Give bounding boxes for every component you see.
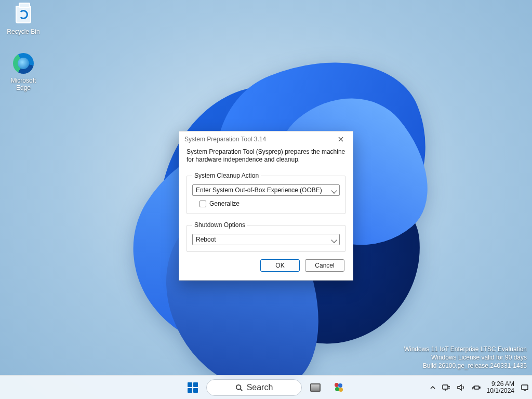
select-value: Enter System Out-of-Box Experience (OOBE… (196, 187, 322, 194)
network-icon[interactable] (442, 383, 450, 392)
group-legend: System Cleanup Action (192, 172, 261, 179)
svg-rect-4 (522, 385, 528, 390)
search-placeholder: Search (247, 383, 273, 392)
dialog-description: System Preparation Tool (Sysprep) prepar… (187, 148, 345, 164)
clock-time: 9:26 AM (487, 381, 514, 388)
taskview-icon (310, 383, 321, 392)
taskbar-app-taskview[interactable] (305, 378, 326, 397)
taskbar-app-sysprep[interactable] (329, 378, 350, 397)
search-icon (235, 384, 243, 391)
edge-icon (12, 52, 35, 75)
battery-icon[interactable] (471, 384, 481, 391)
group-legend: Shutdown Options (192, 221, 247, 229)
tray-overflow-button[interactable] (430, 384, 436, 391)
notifications-icon[interactable] (521, 383, 529, 392)
close-icon (338, 137, 343, 142)
shutdown-options-group: Shutdown Options Reboot (187, 221, 345, 252)
generalize-checkbox[interactable]: Generalize (200, 200, 340, 207)
dialog-titlebar[interactable]: System Preparation Tool 3.14 (179, 131, 353, 147)
chevron-down-icon (331, 188, 337, 193)
svg-point-0 (236, 384, 241, 389)
desktop-watermark: Windows 11 IoT Enterprise LTSC Evaluatio… (404, 345, 527, 370)
taskbar: Search 9:26 AM 10/1/2024 (0, 375, 532, 399)
select-value: Reboot (196, 236, 216, 243)
close-button[interactable] (332, 134, 350, 145)
desktop-icon-label: Microsoft Edge (3, 77, 44, 91)
svg-rect-2 (474, 386, 479, 389)
system-tray: 9:26 AM 10/1/2024 (430, 381, 529, 394)
desktop-icon-edge[interactable]: Microsoft Edge (3, 52, 44, 91)
ok-button[interactable]: OK (260, 259, 300, 272)
shutdown-option-select[interactable]: Reboot (192, 234, 340, 245)
sysprep-icon (335, 383, 344, 392)
cleanup-action-select[interactable]: Enter System Out-of-Box Experience (OOBE… (192, 184, 340, 196)
desktop-icon-recycle-bin[interactable]: Recycle Bin (3, 3, 44, 35)
desktop-icon-label: Recycle Bin (3, 28, 44, 35)
volume-icon[interactable] (457, 383, 465, 392)
desktop[interactable]: Recycle Bin Microsoft Edge Windows 11 Io… (0, 0, 532, 399)
windows-logo-icon (188, 382, 198, 393)
svg-rect-3 (479, 387, 480, 388)
system-cleanup-group: System Cleanup Action Enter System Out-o… (187, 172, 345, 214)
recycle-bin-icon (12, 3, 35, 26)
chevron-down-icon (331, 237, 337, 243)
dialog-title: System Preparation Tool 3.14 (184, 136, 332, 143)
clock-date: 10/1/2024 (487, 388, 514, 394)
checkbox-label: Generalize (209, 200, 240, 207)
start-button[interactable] (182, 378, 203, 397)
checkbox-box (200, 201, 206, 207)
svg-rect-1 (443, 385, 448, 389)
taskbar-search[interactable]: Search (206, 379, 302, 396)
taskbar-clock[interactable]: 9:26 AM 10/1/2024 (487, 381, 514, 394)
sysprep-dialog: System Preparation Tool 3.14 System Prep… (179, 131, 353, 281)
cancel-button[interactable]: Cancel (305, 259, 344, 272)
